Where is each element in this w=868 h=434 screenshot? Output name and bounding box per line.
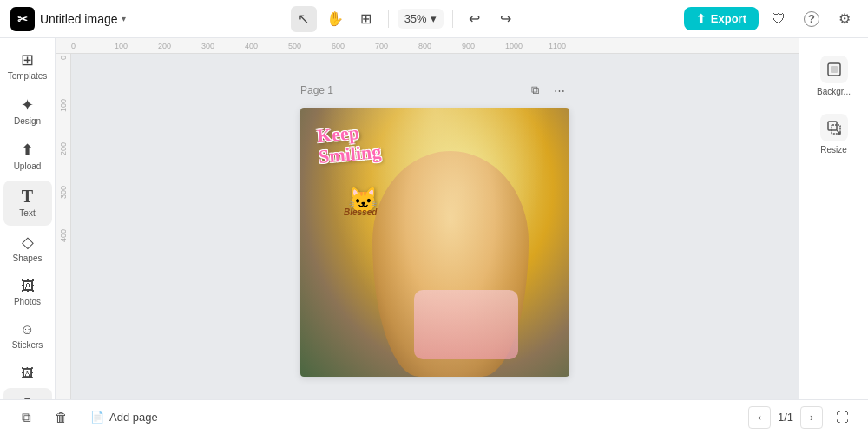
resize-label: Resize [820, 145, 847, 155]
shield-icon: 🛡 [772, 11, 786, 27]
document-title: Untitled image [40, 12, 118, 26]
fullscreen-icon: ⛶ [836, 410, 849, 424]
sidebar-item-stickers[interactable]: ☺ Stickers [3, 316, 52, 358]
help-button[interactable]: ? [799, 6, 825, 32]
sidebar-label-stickers: Stickers [12, 340, 43, 351]
sidebar-label-templates: Templates [8, 71, 48, 82]
undo-button[interactable]: ↩ [462, 6, 488, 32]
sidebar-label-upload: Upload [14, 161, 42, 172]
next-page-button[interactable]: › [800, 406, 823, 429]
sidebar-item-design[interactable]: ✦ Design [3, 90, 52, 134]
prev-icon: ‹ [758, 411, 761, 424]
right-panel-resize[interactable]: Resize [806, 107, 862, 161]
add-page-button[interactable]: 📄 Add page [83, 407, 165, 427]
bottom-right: ‹ 1/1 › ⛶ [748, 405, 854, 430]
select-tool-button[interactable]: ↖ [291, 6, 317, 32]
left-sidebar: ⊞ Templates ✦ Design ⬆ Upload T Text ◇ S… [0, 38, 56, 399]
toolbar-divider [388, 10, 389, 28]
image-icon: 🖼 [21, 366, 34, 379]
shapes-icon: ◇ [22, 234, 34, 250]
resize-icon [820, 114, 848, 141]
ruler-left-marks: 0 100 200 300 400 [59, 54, 68, 271]
photos-icon: 🖼 [21, 279, 35, 293]
page-more-button[interactable]: ⋯ [549, 80, 569, 101]
right-panel: Backgr... Resize [799, 38, 868, 399]
sidebar-label-design: Design [14, 116, 41, 127]
svg-rect-1 [831, 66, 838, 73]
export-label: Export [711, 12, 746, 25]
bottom-bar: ⧉ 🗑 📄 Add page ‹ 1/1 › ⛶ [0, 399, 868, 434]
page-indicator: 1/1 [778, 411, 793, 424]
toolbar-divider-2 [452, 10, 453, 28]
page-label-row: Page 1 ⧉ ⋯ [300, 80, 569, 101]
child-clothing [414, 290, 518, 359]
copy-page-button[interactable]: ⧉ [14, 405, 38, 430]
canvas-area: 0 100 200 300 400 500 600 700 800 900 10… [56, 38, 799, 399]
sidebar-label-photos: Photos [14, 297, 41, 307]
expand-icon: ▾ [24, 393, 30, 399]
page-actions: ⧉ ⋯ [524, 80, 569, 101]
add-page-label: Add page [109, 411, 158, 424]
ruler-marks-top: 0 100 200 300 400 500 600 700 800 900 10… [71, 42, 592, 50]
add-page-icon: 📄 [90, 411, 104, 424]
background-label: Backgr... [817, 87, 851, 96]
main-area: ⊞ Templates ✦ Design ⬆ Upload T Text ◇ S… [0, 38, 868, 399]
sidebar-item-upload[interactable]: ⬆ Upload [3, 135, 52, 179]
sidebar-bottom: 🖼 ▾ [3, 359, 52, 399]
canvas-text-overlay: Keep Smiling [316, 121, 382, 168]
delete-page-button[interactable]: 🗑 [49, 405, 73, 430]
prev-page-button[interactable]: ‹ [748, 406, 771, 429]
shield-button[interactable]: 🛡 [766, 6, 792, 32]
copy-icon: ⧉ [22, 410, 31, 425]
toolbar-center: ↖ ✋ ⊞ 35% ▾ ↩ ↪ [133, 6, 677, 32]
canvas-scroll[interactable]: Page 1 ⧉ ⋯ [71, 54, 799, 399]
help-icon: ? [804, 11, 819, 27]
ruler-left: 0 100 200 300 400 [56, 54, 71, 399]
export-icon: ⬆ [696, 12, 706, 25]
sidebar-item-shapes[interactable]: ◇ Shapes [3, 227, 52, 271]
zoom-level: 35% [404, 12, 427, 25]
top-bar: ✂ Untitled image ▾ ↖ ✋ ⊞ 35% ▾ ↩ ↪ ⬆ Exp… [0, 0, 868, 38]
zoom-control[interactable]: 35% ▾ [398, 9, 444, 29]
sidebar-item-photos[interactable]: 🖼 Photos [3, 273, 52, 314]
svg-rect-2 [828, 122, 837, 130]
top-bar-right: ⬆ Export 🛡 ? ⚙ [684, 6, 858, 32]
sidebar-label-shapes: Shapes [13, 253, 43, 264]
export-button[interactable]: ⬆ Export [684, 7, 759, 30]
title-chevron-icon: ▾ [122, 14, 126, 23]
right-panel-background[interactable]: Backgr... [806, 49, 862, 103]
background-icon [820, 56, 848, 83]
fullscreen-button[interactable]: ⛶ [830, 405, 854, 430]
canvas-page[interactable]: Keep Smiling 🐱 Blessed [300, 108, 569, 377]
settings-button[interactable]: ⚙ [832, 6, 858, 32]
sidebar-item-image[interactable]: 🖼 [3, 359, 52, 386]
settings-icon: ⚙ [838, 10, 851, 27]
trash-icon: 🗑 [55, 410, 68, 424]
upload-icon: ⬆ [21, 142, 34, 158]
page-label: Page 1 [300, 84, 333, 96]
canvas-with-ruler: 0 100 200 300 400 Page 1 ⧉ ⋯ [56, 54, 799, 399]
sidebar-item-text[interactable]: T Text [3, 181, 52, 226]
ruler-top: 0 100 200 300 400 500 600 700 800 900 10… [56, 38, 799, 54]
sidebar-expand-button[interactable]: ▾ [3, 388, 52, 399]
hand-tool-button[interactable]: ✋ [322, 6, 348, 32]
sidebar-label-text: Text [19, 208, 35, 219]
page-container: Page 1 ⧉ ⋯ [300, 80, 569, 377]
redo-button[interactable]: ↪ [493, 6, 519, 32]
next-icon: › [810, 411, 813, 424]
zoom-chevron-icon: ▾ [431, 12, 437, 25]
top-bar-left: ✂ Untitled image ▾ [10, 7, 126, 31]
app-logo: ✂ [10, 7, 35, 31]
page-copy-button[interactable]: ⧉ [524, 80, 545, 101]
text-icon: T [22, 187, 33, 205]
stickers-icon: ☺ [20, 323, 34, 337]
blessed-text: Blessed [344, 207, 377, 217]
grid-tool-button[interactable]: ⊞ [353, 6, 379, 32]
design-icon: ✦ [21, 97, 34, 113]
templates-icon: ⊞ [21, 52, 34, 68]
sidebar-item-templates[interactable]: ⊞ Templates [3, 45, 52, 89]
title-area[interactable]: Untitled image ▾ [40, 12, 126, 26]
